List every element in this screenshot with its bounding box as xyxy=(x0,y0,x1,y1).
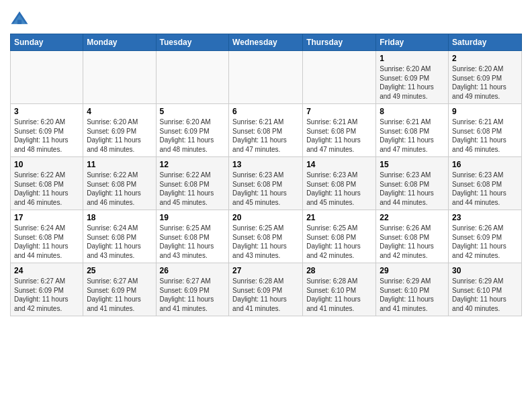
calendar-body: 1Sunrise: 6:20 AM Sunset: 6:09 PM Daylig… xyxy=(11,51,522,316)
day-number: 2 xyxy=(452,54,518,63)
calendar-cell xyxy=(303,51,376,104)
day-number: 11 xyxy=(87,160,152,169)
calendar-cell: 14Sunrise: 6:23 AM Sunset: 6:08 PM Dayli… xyxy=(303,157,376,210)
day-info: Sunrise: 6:27 AM Sunset: 6:09 PM Dayligh… xyxy=(160,277,226,313)
day-number: 8 xyxy=(380,107,445,116)
logo-icon xyxy=(10,9,29,28)
day-info: Sunrise: 6:27 AM Sunset: 6:09 PM Dayligh… xyxy=(14,277,79,313)
day-number: 6 xyxy=(232,107,299,116)
calendar-week-2: 3Sunrise: 6:20 AM Sunset: 6:09 PM Daylig… xyxy=(11,104,522,157)
day-number: 12 xyxy=(160,160,226,169)
calendar-cell: 22Sunrise: 6:26 AM Sunset: 6:08 PM Dayli… xyxy=(376,210,449,263)
calendar-cell: 12Sunrise: 6:22 AM Sunset: 6:08 PM Dayli… xyxy=(156,157,229,210)
calendar-cell: 1Sunrise: 6:20 AM Sunset: 6:09 PM Daylig… xyxy=(376,51,449,104)
calendar-cell: 21Sunrise: 6:25 AM Sunset: 6:08 PM Dayli… xyxy=(303,210,376,263)
calendar-cell: 26Sunrise: 6:27 AM Sunset: 6:09 PM Dayli… xyxy=(156,263,229,316)
day-info: Sunrise: 6:23 AM Sunset: 6:08 PM Dayligh… xyxy=(306,171,372,207)
calendar-cell: 25Sunrise: 6:27 AM Sunset: 6:09 PM Dayli… xyxy=(83,263,156,316)
day-info: Sunrise: 6:25 AM Sunset: 6:08 PM Dayligh… xyxy=(306,224,372,260)
calendar-week-4: 17Sunrise: 6:24 AM Sunset: 6:08 PM Dayli… xyxy=(11,210,522,263)
weekday-header-tuesday: Tuesday xyxy=(156,34,229,51)
day-number: 29 xyxy=(380,266,445,275)
day-info: Sunrise: 6:27 AM Sunset: 6:09 PM Dayligh… xyxy=(87,277,152,313)
calendar-cell: 8Sunrise: 6:21 AM Sunset: 6:08 PM Daylig… xyxy=(376,104,449,157)
day-info: Sunrise: 6:26 AM Sunset: 6:09 PM Dayligh… xyxy=(452,224,518,260)
day-info: Sunrise: 6:25 AM Sunset: 6:08 PM Dayligh… xyxy=(232,224,299,260)
weekday-header-thursday: Thursday xyxy=(303,34,376,51)
day-info: Sunrise: 6:25 AM Sunset: 6:08 PM Dayligh… xyxy=(160,224,226,260)
day-number: 5 xyxy=(160,107,226,116)
day-number: 16 xyxy=(452,160,518,169)
calendar-cell: 2Sunrise: 6:20 AM Sunset: 6:09 PM Daylig… xyxy=(449,51,522,104)
calendar: SundayMondayTuesdayWednesdayThursdayFrid… xyxy=(10,34,522,316)
day-info: Sunrise: 6:22 AM Sunset: 6:08 PM Dayligh… xyxy=(14,171,79,207)
day-info: Sunrise: 6:21 AM Sunset: 6:08 PM Dayligh… xyxy=(380,118,445,154)
calendar-cell: 23Sunrise: 6:26 AM Sunset: 6:09 PM Dayli… xyxy=(449,210,522,263)
calendar-cell: 7Sunrise: 6:21 AM Sunset: 6:08 PM Daylig… xyxy=(303,104,376,157)
day-info: Sunrise: 6:21 AM Sunset: 6:08 PM Dayligh… xyxy=(306,118,372,154)
day-number: 9 xyxy=(452,107,518,116)
day-number: 17 xyxy=(14,213,79,222)
day-info: Sunrise: 6:29 AM Sunset: 6:10 PM Dayligh… xyxy=(380,277,445,313)
calendar-cell: 5Sunrise: 6:20 AM Sunset: 6:09 PM Daylig… xyxy=(156,104,229,157)
day-info: Sunrise: 6:26 AM Sunset: 6:08 PM Dayligh… xyxy=(380,224,445,260)
calendar-cell: 18Sunrise: 6:24 AM Sunset: 6:08 PM Dayli… xyxy=(83,210,156,263)
calendar-cell: 17Sunrise: 6:24 AM Sunset: 6:08 PM Dayli… xyxy=(11,210,83,263)
calendar-cell: 19Sunrise: 6:25 AM Sunset: 6:08 PM Dayli… xyxy=(156,210,229,263)
calendar-cell xyxy=(11,51,83,104)
calendar-cell: 29Sunrise: 6:29 AM Sunset: 6:10 PM Dayli… xyxy=(376,263,449,316)
calendar-cell: 24Sunrise: 6:27 AM Sunset: 6:09 PM Dayli… xyxy=(11,263,83,316)
calendar-cell: 20Sunrise: 6:25 AM Sunset: 6:08 PM Dayli… xyxy=(229,210,303,263)
day-number: 19 xyxy=(160,213,226,222)
day-number: 10 xyxy=(14,160,79,169)
day-info: Sunrise: 6:21 AM Sunset: 6:08 PM Dayligh… xyxy=(232,118,299,154)
day-info: Sunrise: 6:20 AM Sunset: 6:09 PM Dayligh… xyxy=(380,64,445,101)
calendar-week-1: 1Sunrise: 6:20 AM Sunset: 6:09 PM Daylig… xyxy=(11,51,522,104)
day-number: 26 xyxy=(160,266,226,275)
weekday-header-saturday: Saturday xyxy=(449,34,522,51)
day-number: 20 xyxy=(232,213,299,222)
calendar-cell: 11Sunrise: 6:22 AM Sunset: 6:08 PM Dayli… xyxy=(83,157,156,210)
day-number: 13 xyxy=(232,160,299,169)
day-info: Sunrise: 6:20 AM Sunset: 6:09 PM Dayligh… xyxy=(87,118,152,154)
calendar-cell: 13Sunrise: 6:23 AM Sunset: 6:08 PM Dayli… xyxy=(229,157,303,210)
day-info: Sunrise: 6:22 AM Sunset: 6:08 PM Dayligh… xyxy=(87,171,152,207)
day-info: Sunrise: 6:20 AM Sunset: 6:09 PM Dayligh… xyxy=(452,64,518,101)
day-number: 15 xyxy=(380,160,445,169)
calendar-cell: 30Sunrise: 6:29 AM Sunset: 6:10 PM Dayli… xyxy=(449,263,522,316)
day-number: 23 xyxy=(452,213,518,222)
logo xyxy=(10,9,32,28)
calendar-week-3: 10Sunrise: 6:22 AM Sunset: 6:08 PM Dayli… xyxy=(11,157,522,210)
day-number: 24 xyxy=(14,266,79,275)
day-number: 22 xyxy=(380,213,445,222)
day-number: 30 xyxy=(452,266,518,275)
day-number: 21 xyxy=(306,213,372,222)
day-number: 25 xyxy=(87,266,152,275)
weekday-header-sunday: Sunday xyxy=(11,34,83,51)
calendar-cell: 3Sunrise: 6:20 AM Sunset: 6:09 PM Daylig… xyxy=(11,104,83,157)
weekday-header-friday: Friday xyxy=(376,34,449,51)
day-info: Sunrise: 6:28 AM Sunset: 6:10 PM Dayligh… xyxy=(306,277,372,313)
day-info: Sunrise: 6:22 AM Sunset: 6:08 PM Dayligh… xyxy=(160,171,226,207)
day-info: Sunrise: 6:21 AM Sunset: 6:08 PM Dayligh… xyxy=(452,118,518,154)
header xyxy=(10,7,522,28)
day-info: Sunrise: 6:20 AM Sunset: 6:09 PM Dayligh… xyxy=(160,118,226,154)
calendar-cell: 10Sunrise: 6:22 AM Sunset: 6:08 PM Dayli… xyxy=(11,157,83,210)
calendar-cell: 15Sunrise: 6:23 AM Sunset: 6:08 PM Dayli… xyxy=(376,157,449,210)
day-info: Sunrise: 6:24 AM Sunset: 6:08 PM Dayligh… xyxy=(87,224,152,260)
day-number: 27 xyxy=(232,266,299,275)
calendar-cell xyxy=(156,51,229,104)
calendar-cell: 4Sunrise: 6:20 AM Sunset: 6:09 PM Daylig… xyxy=(83,104,156,157)
day-info: Sunrise: 6:24 AM Sunset: 6:08 PM Dayligh… xyxy=(14,224,79,260)
calendar-cell: 6Sunrise: 6:21 AM Sunset: 6:08 PM Daylig… xyxy=(229,104,303,157)
day-info: Sunrise: 6:20 AM Sunset: 6:09 PM Dayligh… xyxy=(14,118,79,154)
day-info: Sunrise: 6:23 AM Sunset: 6:08 PM Dayligh… xyxy=(380,171,445,207)
day-info: Sunrise: 6:29 AM Sunset: 6:10 PM Dayligh… xyxy=(452,277,518,313)
weekday-row: SundayMondayTuesdayWednesdayThursdayFrid… xyxy=(11,34,522,51)
day-number: 3 xyxy=(14,107,79,116)
day-number: 28 xyxy=(306,266,372,275)
day-number: 7 xyxy=(306,107,372,116)
svg-rect-2 xyxy=(17,20,21,24)
calendar-cell: 16Sunrise: 6:23 AM Sunset: 6:08 PM Dayli… xyxy=(449,157,522,210)
calendar-cell xyxy=(83,51,156,104)
